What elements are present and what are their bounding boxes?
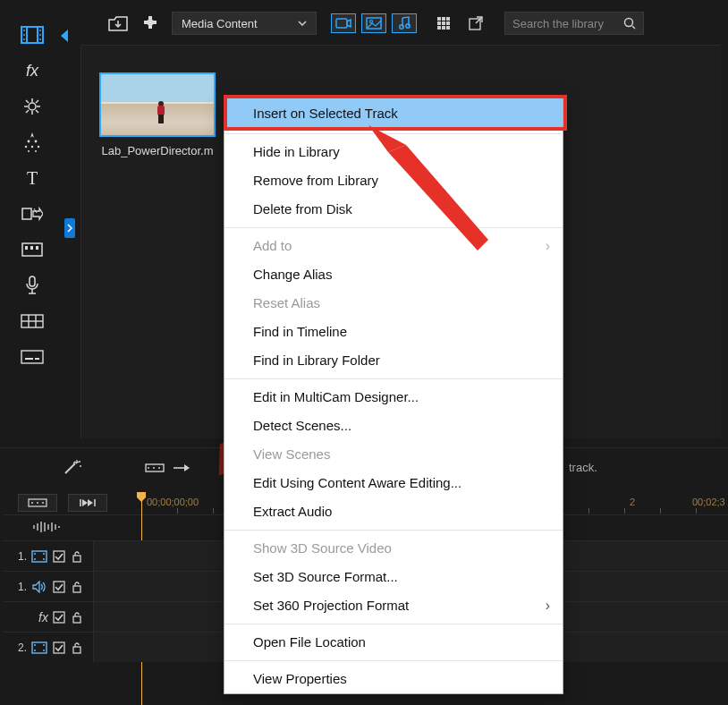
svg-point-93	[43, 553, 45, 555]
voice-over-room-tab[interactable]	[18, 276, 47, 295]
svg-point-61	[625, 19, 633, 27]
track-lock-icon[interactable]	[68, 581, 86, 593]
menu-open-file-location[interactable]: Open File Location	[224, 628, 563, 657]
svg-point-91	[34, 553, 36, 555]
menu-find-in-timeline[interactable]: Find in Timeline	[224, 318, 563, 346]
svg-point-76	[42, 502, 44, 504]
expand-sidebar-button[interactable]	[64, 218, 75, 238]
svg-point-66	[79, 461, 80, 463]
track-index: fx	[4, 610, 50, 624]
menu-set-3d-source-format[interactable]: Set 3D Source Format...	[224, 563, 563, 591]
waveform-icon[interactable]	[32, 521, 61, 533]
plugins-icon[interactable]	[140, 13, 161, 34]
menu-change-alias[interactable]: Change Alias	[224, 260, 563, 289]
track-visible-checkbox[interactable]	[50, 581, 68, 593]
menu-edit-multicam[interactable]: Edit in MultiCam Designer...	[224, 383, 563, 412]
transition-room-tab[interactable]	[18, 204, 47, 224]
menu-separator	[224, 227, 563, 228]
track-lock-icon[interactable]	[68, 611, 86, 624]
menu-find-in-library-folder[interactable]: Find in Library Folder	[224, 346, 563, 375]
menu-edit-content-aware[interactable]: Edit Using Content Aware Editing...	[224, 469, 563, 497]
clip-context-menu: Insert on Selected Track Hide in Library…	[224, 97, 563, 694]
svg-point-48	[406, 24, 410, 28]
overlay-room-tab[interactable]	[18, 97, 47, 116]
menu-remove-from-library[interactable]: Remove from Library	[224, 166, 563, 195]
svg-point-104	[34, 650, 36, 651]
svg-rect-100	[54, 612, 64, 623]
clip-filename: Lab_PowerDirector.m	[99, 144, 216, 157]
video-track-icon	[29, 550, 50, 563]
svg-line-65	[65, 463, 75, 473]
snap-toggle-icon[interactable]	[145, 462, 190, 474]
audio-filter-icon[interactable]	[392, 13, 417, 33]
svg-rect-52	[446, 17, 450, 21]
track-visible-checkbox[interactable]	[50, 611, 68, 624]
chapter-room-tab[interactable]	[18, 311, 47, 331]
svg-rect-107	[54, 642, 64, 653]
svg-point-26	[35, 150, 37, 152]
menu-view-scenes: View Scenes	[224, 440, 563, 469]
svg-rect-99	[73, 586, 80, 592]
svg-rect-51	[442, 17, 445, 21]
magic-wand-icon[interactable]	[63, 460, 82, 476]
track-lock-icon[interactable]	[68, 641, 86, 654]
effects-room-tab[interactable]: fx	[18, 61, 47, 81]
svg-point-8	[39, 34, 41, 36]
svg-point-75	[37, 502, 38, 504]
title-room-tab[interactable]: T	[18, 168, 47, 188]
svg-point-105	[43, 644, 45, 646]
svg-rect-108	[73, 647, 80, 653]
svg-point-94	[43, 558, 45, 560]
menu-extract-audio[interactable]: Extract Audio	[224, 497, 563, 526]
svg-line-17	[36, 100, 38, 103]
track-lock-icon[interactable]	[68, 550, 86, 563]
library-search-input[interactable]: Search the library	[504, 12, 644, 35]
svg-rect-55	[446, 21, 450, 25]
app-root: { "toolbar": { "media_dropdown_label": "…	[0, 0, 728, 705]
svg-line-18	[26, 110, 29, 113]
track-index: 2.	[4, 641, 29, 654]
video-filter-icon[interactable]	[331, 13, 356, 33]
media-clip-item[interactable]: Lab_PowerDirector.m	[99, 72, 216, 157]
subtitle-room-tab[interactable]	[18, 347, 47, 367]
media-filter-dropdown[interactable]: Media Content	[172, 12, 317, 35]
left-sidebar: fx T	[18, 25, 61, 367]
track-visible-checkbox[interactable]	[50, 641, 68, 654]
svg-point-103	[34, 644, 36, 646]
svg-rect-43	[336, 19, 347, 28]
svg-rect-95	[54, 551, 64, 562]
menu-set-360-projection[interactable]: Set 360 Projection Format	[224, 591, 563, 620]
image-filter-icon[interactable]	[361, 13, 386, 33]
particle-room-tab[interactable]	[18, 132, 47, 152]
menu-detect-scenes[interactable]: Detect Scenes...	[224, 412, 563, 440]
track-header-icons	[32, 521, 61, 533]
audio-mixing-room-tab[interactable]	[18, 240, 47, 259]
svg-rect-101	[73, 616, 80, 623]
menu-hide-in-library[interactable]: Hide in Library	[224, 138, 563, 166]
chevron-down-icon	[298, 21, 307, 26]
menu-separator	[224, 624, 563, 624]
svg-point-21	[35, 140, 38, 143]
import-media-icon[interactable]	[107, 13, 129, 34]
menu-delete-from-disk[interactable]: Delete from Disk	[224, 195, 563, 224]
timecode-0: 00;00;00;00	[147, 497, 199, 507]
track-visible-checkbox[interactable]	[50, 550, 68, 563]
grid-view-icon[interactable]	[433, 13, 454, 34]
timeline-tool-next[interactable]	[68, 494, 107, 512]
active-tab-indicator	[61, 30, 68, 42]
svg-marker-72	[184, 464, 190, 471]
menu-separator	[224, 660, 563, 661]
media-room-tab[interactable]	[18, 25, 47, 45]
menu-separator	[224, 378, 563, 379]
svg-rect-53	[437, 21, 441, 25]
svg-point-7	[39, 30, 41, 31]
timeline-tool-marker[interactable]	[18, 494, 57, 512]
svg-rect-29	[25, 246, 28, 250]
svg-marker-44	[347, 20, 351, 27]
menu-insert-selected-track[interactable]: Insert on Selected Track	[224, 98, 563, 130]
svg-point-6	[23, 38, 25, 40]
menu-view-properties[interactable]: View Properties	[224, 665, 563, 693]
clip-thumbnail	[99, 72, 216, 137]
open-window-icon[interactable]	[465, 13, 487, 34]
svg-rect-39	[21, 351, 43, 363]
